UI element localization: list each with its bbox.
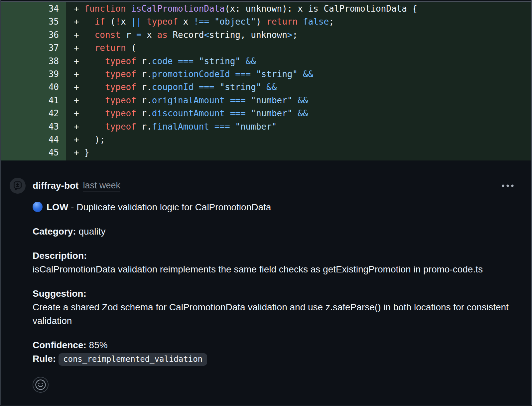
code-token: typeof	[147, 17, 178, 27]
code-token: ;	[329, 17, 334, 27]
code-token: &&	[298, 95, 308, 105]
confidence-value: 85%	[89, 340, 108, 350]
code-token: finalAmount	[152, 122, 209, 132]
kebab-menu-button[interactable]	[499, 181, 517, 190]
diff-added-marker: +	[74, 69, 84, 79]
code-token: discountAmount	[152, 108, 225, 118]
code-line: + typeof r.promotionCodeId === "string" …	[66, 68, 531, 81]
code-token: "string"	[256, 69, 298, 79]
code-token: code	[152, 56, 173, 66]
code-line: + return (	[66, 42, 531, 54]
line-number[interactable]: 34	[1, 2, 66, 15]
code-token	[230, 69, 235, 79]
diff-line: 41+ typeof r.originalAmount === "number"…	[1, 94, 531, 107]
smiley-icon	[35, 379, 46, 390]
diff-line: 35+ if (!x || typeof x !== "object") ret…	[1, 15, 531, 28]
code-token: (x: unknown): x is CalPromotionData {	[225, 4, 417, 14]
code-token: isCalPromotionData	[131, 4, 225, 14]
line-number[interactable]: 44	[1, 133, 66, 146]
comment-body: LOW - Duplicate validation logic for Cal…	[33, 200, 515, 393]
line-number[interactable]: 41	[1, 94, 66, 107]
code-token	[298, 17, 303, 27]
code-token: ===	[230, 108, 246, 118]
line-number[interactable]: 45	[1, 146, 66, 159]
diff-line: 44+ );	[1, 133, 531, 146]
code-token	[298, 69, 303, 79]
code-token: (	[105, 17, 115, 27]
code-token: )	[256, 17, 266, 27]
line-number[interactable]: 36	[1, 29, 66, 42]
code-token: );	[84, 135, 105, 145]
code-token: r.	[136, 69, 152, 79]
comment-header: diffray-bot last week	[10, 178, 517, 194]
code-token	[251, 69, 256, 79]
diff-line: 38+ typeof r.code === "string" &&	[1, 55, 531, 68]
code-token: couponId	[152, 82, 194, 92]
suggestion-block: Suggestion: Create a shared Zod schema f…	[33, 287, 515, 328]
add-reaction-button[interactable]	[33, 377, 49, 393]
code-token: <	[204, 30, 209, 40]
line-number[interactable]: 42	[1, 107, 66, 120]
diff-added-marker: +	[74, 95, 84, 105]
code-token: ===	[214, 122, 230, 132]
code-token: originalAmount	[152, 95, 225, 105]
code-token: r.	[136, 95, 152, 105]
line-number[interactable]: 39	[1, 68, 66, 81]
diff-line: 37+ return (	[1, 42, 531, 54]
description-block: Description: isCalPromotionData validati…	[33, 249, 515, 276]
code-token: return	[266, 17, 298, 27]
code-token: r.	[136, 82, 152, 92]
description-label: Description:	[33, 251, 87, 261]
code-token: ===	[235, 69, 251, 79]
code-token: "number"	[251, 95, 292, 105]
code-token: typeof	[105, 56, 136, 66]
line-number[interactable]: 37	[1, 42, 66, 54]
bot-diff-bubble-icon	[12, 180, 23, 191]
code-token	[240, 56, 246, 66]
code-token: &&	[298, 108, 308, 118]
code-token	[84, 108, 105, 118]
code-token: ===	[199, 82, 214, 92]
code-token	[246, 108, 251, 118]
review-comment-card: 34+ function isCalPromotionData(x: unkno…	[0, 0, 532, 406]
code-token: &&	[246, 56, 256, 66]
horizontal-kebab-icon	[501, 183, 514, 188]
code-token: (	[126, 43, 136, 53]
line-number[interactable]: 35	[1, 15, 66, 28]
code-token	[84, 95, 105, 105]
code-line: + const r = x as Record<string, unknown>…	[66, 29, 531, 42]
line-number[interactable]: 40	[1, 81, 66, 94]
suggestion-text: Create a shared Zod schema for CalPromot…	[33, 302, 509, 326]
code-token	[173, 56, 178, 66]
code-token: "object"	[214, 17, 256, 27]
diff-line: 45+ }	[1, 146, 531, 159]
code-token: const	[95, 30, 121, 40]
code-line: + }	[66, 146, 531, 159]
diff-added-marker: +	[74, 30, 84, 40]
rule-label: Rule:	[33, 354, 56, 364]
diff-view: 34+ function isCalPromotionData(x: unkno…	[1, 2, 531, 160]
code-token	[209, 17, 214, 27]
line-number[interactable]: 43	[1, 120, 66, 133]
code-token	[194, 56, 199, 66]
category-row: Category: quality	[33, 225, 515, 238]
code-token: >	[287, 30, 293, 40]
code-token: r.	[136, 56, 152, 66]
code-token	[261, 82, 267, 92]
code-token: ||	[131, 17, 141, 27]
diff-line: 40+ typeof r.couponId === "string" &&	[1, 81, 531, 94]
comment-author[interactable]: diffray-bot	[33, 180, 78, 191]
diff-added-marker: +	[74, 135, 84, 145]
comment-timestamp[interactable]: last week	[83, 180, 120, 191]
code-token	[84, 82, 105, 92]
code-token: typeof	[105, 95, 136, 105]
code-line: + typeof r.originalAmount === "number" &…	[66, 94, 531, 107]
code-token: typeof	[105, 108, 136, 118]
blue-circle-emoji	[33, 202, 43, 212]
code-line: + typeof r.code === "string" &&	[66, 55, 531, 68]
bot-avatar[interactable]	[10, 178, 26, 194]
code-line: + typeof r.couponId === "string" &&	[66, 81, 531, 94]
code-token	[84, 122, 105, 132]
line-number[interactable]: 38	[1, 55, 66, 68]
code-token	[209, 122, 214, 132]
